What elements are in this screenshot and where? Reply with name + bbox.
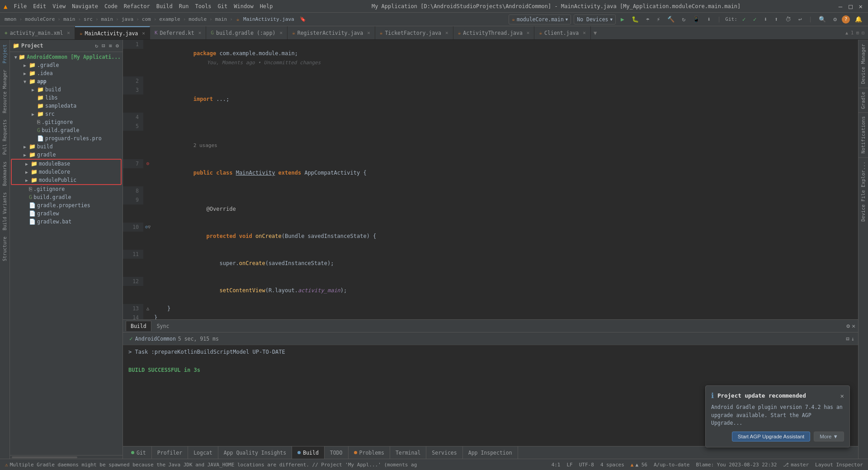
cursor-position[interactable]: 4:1 [550,462,562,468]
bookmark-icon[interactable]: 🔖 [300,16,306,22]
tab-build-gradle[interactable]: G build.gradle (:app) ✕ [206,26,288,39]
menu-tools[interactable]: Tools [192,2,214,10]
pull-requests-button[interactable]: Pull Requests [1,117,9,157]
bc-java[interactable]: java [121,16,135,22]
git-check2-button[interactable]: ✓ [751,15,759,24]
run-config-dropdown[interactable]: ☕ moduleCore.main ▼ [509,14,571,24]
menu-window[interactable]: Window [231,2,256,10]
bc-main[interactable]: main [62,16,76,22]
menu-build[interactable]: Build [154,2,175,10]
footer-tab-git[interactable]: Git [126,446,152,459]
resource-manager-button[interactable]: Resource Manager [1,67,9,116]
menu-navigate[interactable]: Navigate [69,2,101,10]
close-panel-btn[interactable]: ✕ [852,323,855,329]
code-editor[interactable]: 1 package com.example.module.main; You, … [123,40,858,319]
collapse-icon[interactable]: ⊟ [101,42,106,50]
line-content[interactable]: setContentView(R.layout.activity_main); [152,277,858,304]
bc-main2[interactable]: main [100,16,114,22]
bc-mmon[interactable]: mmon [4,16,18,22]
tree-idea-folder[interactable]: ▶ 📁 .idea [10,69,123,77]
settings-button[interactable]: ⚙ [831,15,839,24]
tree-app-folder[interactable]: ▼ 📁 app [10,77,123,85]
menu-code[interactable]: Code [102,2,120,10]
bc-example[interactable]: example [158,16,181,22]
footer-tab-logcat[interactable]: Logcat [188,446,218,459]
gradle-button[interactable]: Gradle [859,88,868,113]
up-to-date[interactable]: A/up-to-date [652,462,691,468]
bc-src[interactable]: src [83,16,94,22]
tab-close-icon[interactable]: ✕ [67,30,70,36]
avd-button[interactable]: 📱 [690,15,702,24]
tab-deferred[interactable]: K Deferred.kt ✕ [150,26,206,39]
tree-gradle-folder[interactable]: ▶ 📁 .gradle [10,61,123,69]
line-content[interactable]: super.onCreate(savedInstanceState); [152,250,858,277]
bookmarks-button[interactable]: Bookmarks [1,159,9,189]
maximize-button[interactable]: □ [847,3,854,10]
tab-close-icon[interactable]: ✕ [445,30,448,36]
line-content[interactable]: import ...; [152,85,858,113]
tree-build-app-folder[interactable]: ▶ 📁 build [10,85,123,94]
tab-close-icon[interactable]: ✕ [280,30,283,36]
line-ending[interactable]: LF [566,462,574,468]
device-file-explorer-button[interactable]: Device File Explor... [859,157,868,225]
window-controls[interactable]: — □ ✕ [837,3,864,10]
git-push-button[interactable]: ⬆ [772,15,780,24]
menu-edit[interactable]: Edit [30,2,49,10]
menu-file[interactable]: File [11,2,29,10]
search-button[interactable]: 🔍 [816,15,828,24]
tab-close-icon[interactable]: ✕ [142,30,145,36]
tree-modulebase[interactable]: ▶ 📁 moduleBase [12,160,121,168]
bc-module[interactable]: module [188,16,208,22]
tree-gradle-root-folder[interactable]: ▶ 📁 gradle [10,151,123,159]
menu-refactor[interactable]: Refactor [121,2,153,10]
tree-gitignore-root[interactable]: ⎘ .gitignore [10,185,123,193]
tree-libs-folder[interactable]: 📁 libs [10,94,123,102]
tab-ticketfactory[interactable]: ☕ TicketFactory.java ✕ [375,26,453,39]
notification-close-button[interactable]: ✕ [840,392,844,399]
line-content[interactable] [152,113,858,122]
tab-client[interactable]: ☕ Client.java ✕ [534,26,590,39]
run-button[interactable]: ▶ [618,15,627,24]
more-options-button[interactable]: More ▼ [814,432,844,442]
tree-modulecore[interactable]: ▶ 📁 moduleCore [12,168,121,176]
line-content[interactable]: } [152,313,858,319]
menu-git[interactable]: Git [215,2,231,10]
line-content[interactable] [152,76,858,85]
footer-tab-todo[interactable]: TODO [325,446,349,459]
git-check-button[interactable]: ✓ [740,15,748,24]
line-content[interactable] [152,186,858,195]
footer-tab-terminal[interactable]: Terminal [390,446,426,459]
profile-button[interactable]: ⚡ [655,15,663,24]
tab-activitythread[interactable]: ☕ ActivityThread.java ✕ [453,26,535,39]
line-content[interactable]: @Override [152,195,858,223]
footer-tab-appinspection[interactable]: App Inspection [463,446,518,459]
scroll-end-btn[interactable]: ↓ [851,336,854,342]
footer-tab-services[interactable]: Services [426,446,462,459]
branch-name[interactable]: ⎇ master [782,462,810,468]
split-btn[interactable]: ⊡ [862,30,864,35]
line-content[interactable]: package com.example.module.main; You, Mo… [152,40,858,76]
tab-build[interactable]: Build [126,321,151,331]
tab-close-icon[interactable]: ✕ [527,30,530,36]
footer-tab-profiler[interactable]: Profiler [152,446,188,459]
settings-btn[interactable]: ⚙ [846,323,850,329]
footer-tab-problems[interactable]: Problems [349,446,390,459]
debug-button[interactable]: 🐛 [629,15,641,24]
line-content[interactable]: public class MainActivity extends AppCom… [152,159,858,186]
tab-close-icon[interactable]: ✕ [367,30,370,36]
tree-sampledata-folder[interactable]: 📁 sampledata [10,102,123,110]
bc-mainpkg[interactable]: main [214,16,228,22]
indent-setting[interactable]: 4 spaces [599,462,626,468]
tab-mainactivity[interactable]: ☕ MainActivity.java ✕ [75,26,150,39]
tab-close-icon[interactable]: ✕ [583,30,586,36]
error-count[interactable]: ▲ ▲ 56 [629,462,649,468]
status-message[interactable]: ⚠ Multiple Gradle daemons might be spawn… [4,462,418,468]
settings-icon[interactable]: ⚙ [115,42,120,50]
git-revert-button[interactable]: ↩ [796,15,804,24]
menu-view[interactable]: View [50,2,68,10]
device-selector-dropdown[interactable]: No Devices ▼ [574,14,616,24]
close-button[interactable]: ✕ [857,3,864,10]
tree-modulepublic[interactable]: ▶ 📁 modulePublic [12,176,121,184]
minimize-button[interactable]: — [837,3,844,10]
agp-upgrade-button[interactable]: Start AGP Upgrade Assistant [732,432,810,442]
